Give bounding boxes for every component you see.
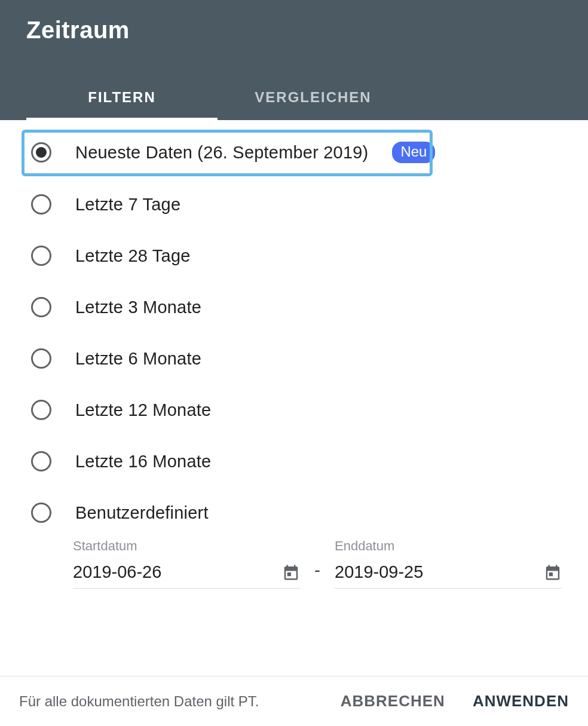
start-date-label: Startdatum: [73, 538, 300, 554]
timezone-note: Für alle dokumentierten Daten gilt PT.: [19, 693, 259, 710]
footer-actions: ABBRECHEN ANWENDEN: [341, 692, 569, 710]
option-last-7-days[interactable]: Letzte 7 Tage: [0, 179, 588, 230]
option-label: Letzte 16 Monate: [75, 452, 211, 471]
cancel-button[interactable]: ABBRECHEN: [341, 692, 445, 710]
radio-icon[interactable]: [31, 194, 51, 215]
dialog-footer: Für alle dokumentierten Daten gilt PT. A…: [0, 676, 588, 726]
start-date-input[interactable]: [73, 562, 250, 582]
end-date-input-wrap[interactable]: [335, 559, 562, 589]
tab-filter[interactable]: FILTERN: [26, 76, 218, 120]
calendar-icon[interactable]: [544, 563, 562, 581]
option-label: Benutzerdefiniert: [75, 503, 209, 523]
end-date-label: Enddatum: [335, 538, 562, 554]
radio-icon[interactable]: [31, 451, 51, 471]
start-date-field: Startdatum: [73, 538, 300, 589]
option-label: Letzte 28 Tage: [75, 246, 191, 266]
custom-date-range: Startdatum - Enddatum: [0, 538, 588, 589]
date-range-options: Neueste Daten (26. September 2019) Neu L…: [0, 120, 588, 589]
date-range-separator: -: [314, 560, 320, 589]
new-badge: Neu: [392, 142, 435, 163]
option-last-16-months[interactable]: Letzte 16 Monate: [0, 436, 588, 487]
option-label: Letzte 12 Monate: [75, 400, 211, 420]
start-date-input-wrap[interactable]: [73, 559, 300, 589]
calendar-icon[interactable]: [282, 563, 300, 581]
radio-icon[interactable]: [31, 348, 51, 369]
radio-icon[interactable]: [31, 142, 51, 163]
tab-compare[interactable]: VERGLEICHEN: [218, 76, 409, 120]
option-last-3-months[interactable]: Letzte 3 Monate: [0, 281, 588, 333]
option-last-28-days[interactable]: Letzte 28 Tage: [0, 230, 588, 281]
radio-icon[interactable]: [31, 297, 51, 317]
radio-icon[interactable]: [31, 503, 51, 523]
option-label: Neueste Daten (26. September 2019): [75, 143, 368, 163]
radio-icon[interactable]: [31, 400, 51, 420]
end-date-input[interactable]: [335, 562, 512, 582]
option-label: Letzte 3 Monate: [75, 298, 201, 317]
option-latest-data[interactable]: Neueste Daten (26. September 2019) Neu: [0, 126, 588, 179]
option-label: Letzte 7 Tage: [75, 195, 180, 215]
option-custom[interactable]: Benutzerdefiniert: [0, 487, 588, 538]
dialog-title: Zeitraum: [26, 17, 562, 44]
apply-button[interactable]: ANWENDEN: [473, 692, 569, 710]
option-last-6-months[interactable]: Letzte 6 Monate: [0, 333, 588, 384]
dialog-header: Zeitraum FILTERN VERGLEICHEN: [0, 0, 588, 120]
radio-icon[interactable]: [31, 246, 51, 266]
option-last-12-months[interactable]: Letzte 12 Monate: [0, 384, 588, 436]
tab-bar: FILTERN VERGLEICHEN: [26, 76, 562, 120]
option-label: Letzte 6 Monate: [75, 349, 201, 369]
end-date-field: Enddatum: [335, 538, 562, 589]
